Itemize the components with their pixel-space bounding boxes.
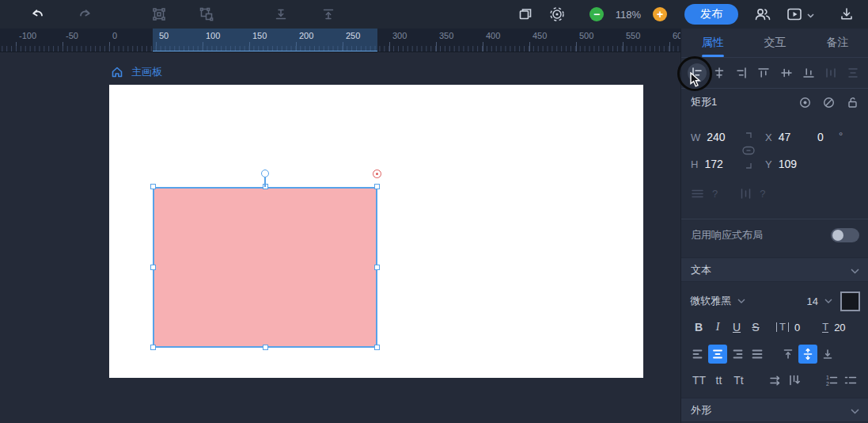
width-value[interactable]: 240 bbox=[707, 131, 725, 143]
selection-handle[interactable] bbox=[150, 265, 156, 270]
text-align-left-button[interactable] bbox=[688, 345, 707, 364]
line-height-value[interactable]: 20 bbox=[834, 322, 845, 333]
distribute-horizontal-button[interactable] bbox=[821, 63, 840, 82]
x-value[interactable]: 47 bbox=[779, 131, 791, 143]
ungroup-icon bbox=[199, 6, 214, 22]
tab-properties[interactable]: 属性 bbox=[681, 29, 744, 57]
responsive-layout-toggle[interactable] bbox=[831, 228, 859, 242]
height-value[interactable]: 172 bbox=[704, 158, 722, 170]
group-button[interactable] bbox=[149, 4, 169, 25]
preview-button[interactable] bbox=[784, 4, 805, 25]
font-size-select[interactable]: 14 bbox=[807, 295, 818, 307]
lock-toggle[interactable] bbox=[845, 95, 859, 109]
ruler-label: 50 bbox=[159, 31, 169, 40]
letter-spacing-value[interactable]: 0 bbox=[794, 322, 800, 333]
font-family-chevron-icon[interactable] bbox=[737, 299, 745, 303]
tab-notes[interactable]: 备注 bbox=[806, 29, 868, 57]
zoom-in-button[interactable]: + bbox=[653, 7, 667, 21]
distribute-vertical-icon bbox=[847, 67, 859, 79]
ruler-label: 250 bbox=[346, 31, 360, 40]
undo-icon bbox=[30, 7, 45, 22]
bullet-list-button[interactable] bbox=[840, 374, 859, 387]
rotation-handle-line bbox=[264, 177, 266, 187]
selection-handle[interactable] bbox=[150, 345, 156, 350]
layer-name[interactable]: 矩形1 bbox=[691, 95, 788, 109]
responsive-layout-row: 启用响应式布局 bbox=[681, 227, 868, 244]
font-family-select[interactable]: 微软雅黑 bbox=[690, 294, 731, 308]
undo-button[interactable] bbox=[27, 4, 47, 25]
lowercase-button[interactable]: tt bbox=[709, 374, 729, 387]
breadcrumb-artboard-name[interactable]: 主画板 bbox=[131, 65, 162, 79]
rotation-handle[interactable] bbox=[261, 170, 269, 177]
selected-rectangle[interactable] bbox=[153, 187, 377, 348]
selection-handle[interactable] bbox=[374, 265, 380, 270]
vertical-spacing-icon bbox=[740, 188, 752, 200]
y-value[interactable]: 109 bbox=[779, 158, 797, 170]
zoom-out-button[interactable]: − bbox=[589, 7, 604, 21]
constrain-proportions-button[interactable] bbox=[740, 128, 757, 173]
zoom-level[interactable]: 118% bbox=[613, 9, 643, 21]
font-color-swatch[interactable] bbox=[840, 292, 860, 311]
align-left-button[interactable] bbox=[688, 63, 707, 82]
numbered-list-button[interactable]: 12 bbox=[821, 374, 840, 387]
selection-handle[interactable] bbox=[263, 345, 268, 350]
ruler-label: 0 bbox=[112, 31, 117, 40]
italic-button[interactable]: I bbox=[708, 321, 727, 333]
text-valign-bottom-button[interactable] bbox=[818, 345, 837, 364]
preview-dropdown-chevron[interactable] bbox=[807, 7, 814, 21]
align-horizontal-center-button[interactable] bbox=[710, 63, 729, 82]
tab-interactions[interactable]: 交互 bbox=[744, 29, 806, 57]
letter-spacing-control[interactable]: T 0 bbox=[776, 322, 800, 333]
text-section-header[interactable]: 文本 bbox=[681, 257, 868, 282]
canvas-area[interactable]: 主画板 bbox=[0, 52, 680, 423]
bring-to-front-button[interactable] bbox=[318, 4, 339, 25]
text-valign-middle-button[interactable] bbox=[798, 345, 817, 364]
artboard[interactable] bbox=[109, 85, 643, 378]
align-top-button[interactable] bbox=[754, 63, 773, 82]
rotation-value[interactable]: 0 bbox=[817, 131, 824, 143]
red-point-marker[interactable] bbox=[373, 170, 381, 178]
strikethrough-button[interactable]: S bbox=[746, 321, 765, 333]
publish-button[interactable]: 发布 bbox=[684, 4, 738, 25]
line-height-control[interactable]: T 20 bbox=[822, 322, 845, 333]
eye-icon bbox=[798, 96, 812, 109]
underline-button[interactable]: U bbox=[727, 321, 746, 333]
bold-button[interactable]: B bbox=[689, 321, 708, 333]
chevron-down-icon bbox=[851, 403, 859, 417]
uppercase-button[interactable]: TT bbox=[689, 374, 709, 387]
horizontal-spacing-value[interactable]: ? bbox=[712, 188, 718, 200]
selection-handle[interactable] bbox=[374, 184, 380, 189]
text-direction-horizontal-button[interactable] bbox=[766, 375, 785, 387]
numbered-list-icon: 12 bbox=[824, 374, 838, 387]
text-align-center-button[interactable] bbox=[708, 345, 727, 364]
visibility-toggle[interactable] bbox=[798, 95, 812, 109]
vertical-spacing-value[interactable]: ? bbox=[760, 188, 765, 200]
selection-handle[interactable] bbox=[374, 345, 380, 350]
selection-handle[interactable] bbox=[150, 184, 156, 189]
align-right-button[interactable] bbox=[732, 63, 751, 82]
align-bottom-button[interactable] bbox=[799, 63, 818, 82]
ruler-label: 450 bbox=[533, 31, 547, 40]
horizontal-ruler[interactable]: -100-50050100150200250300350400450500550… bbox=[0, 29, 680, 52]
download-icon bbox=[839, 6, 855, 22]
text-align-justify-button[interactable] bbox=[748, 345, 767, 364]
shape-section-header[interactable]: 外形 bbox=[681, 398, 868, 422]
focus-target-button[interactable] bbox=[547, 4, 567, 25]
collaborators-button[interactable] bbox=[752, 4, 773, 25]
disable-toggle[interactable] bbox=[821, 95, 836, 109]
breadcrumb[interactable]: 主画板 bbox=[111, 65, 162, 79]
text-align-right-button[interactable] bbox=[728, 345, 747, 364]
align-vertical-center-button[interactable] bbox=[777, 63, 796, 82]
font-size-chevron-icon[interactable] bbox=[824, 299, 832, 303]
text-direction-vertical-button[interactable] bbox=[785, 374, 804, 387]
distribute-vertical-button[interactable] bbox=[843, 63, 862, 82]
ruler-label: 100 bbox=[206, 31, 220, 40]
download-button[interactable] bbox=[836, 4, 857, 25]
windows-view-button[interactable] bbox=[515, 4, 536, 25]
capitalize-button[interactable]: Tt bbox=[729, 374, 749, 387]
send-to-back-button[interactable] bbox=[271, 4, 291, 25]
redo-button[interactable] bbox=[74, 4, 95, 25]
text-valign-top-button[interactable] bbox=[779, 345, 798, 364]
ungroup-button[interactable] bbox=[196, 4, 217, 25]
unlock-icon bbox=[846, 96, 859, 109]
